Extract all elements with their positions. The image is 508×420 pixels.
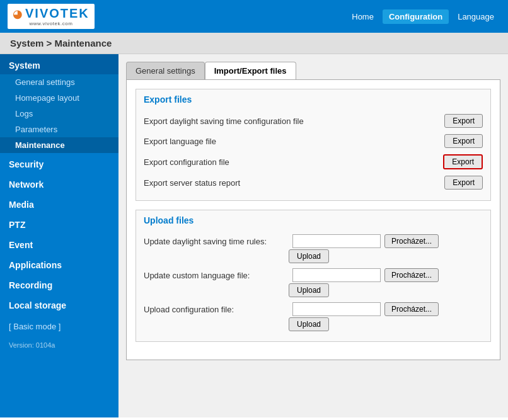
file-box-1[interactable] (292, 268, 381, 282)
sidebar-item-general-settings[interactable]: General settings (0, 74, 118, 90)
export-label-3: Export server status report (144, 178, 444, 188)
export-section-title: Export files (136, 89, 490, 107)
export-row-2: Export configuration file Export (144, 151, 483, 173)
export-row-1: Export language file Export (144, 131, 483, 151)
logo-box: ◕ VIVOTEK www.vivotek.com (8, 4, 95, 29)
file-input-area-0: Procházet... (292, 234, 439, 248)
nav-configuration[interactable]: Configuration (383, 9, 449, 24)
file-box-0[interactable] (292, 234, 381, 248)
tab-general-settings[interactable]: General settings (126, 62, 205, 79)
upload-line-0-top: Update daylight saving time rules: Proch… (144, 234, 483, 248)
sidebar-item-security[interactable]: Security (0, 153, 118, 173)
file-box-2[interactable] (292, 302, 381, 316)
export-button-3[interactable]: Export (444, 176, 483, 190)
sidebar-item-parameters[interactable]: Parameters (0, 122, 118, 137)
logo-area: ◕ VIVOTEK www.vivotek.com (8, 4, 95, 29)
sidebar-item-homepage-layout[interactable]: Homepage layout (0, 90, 118, 106)
sidebar-item-recording[interactable]: Recording (0, 274, 118, 294)
browse-button-2[interactable]: Procházet... (384, 302, 439, 316)
sidebar-item-local-storage[interactable]: Local storage (0, 294, 118, 314)
upload-line-2-top: Upload configuration file: Procházet... (144, 302, 483, 316)
nav-language[interactable]: Language (451, 9, 500, 24)
export-section-content: Export daylight saving time configuratio… (136, 107, 490, 200)
sidebar-version: Version: 0104a (0, 339, 118, 354)
upload-row-0: Update daylight saving time rules: Proch… (144, 232, 483, 266)
file-input-area-2: Procházet... (292, 302, 439, 316)
upload-row-2: Upload configuration file: Procházet... … (144, 300, 483, 334)
export-label-0: Export daylight saving time configuratio… (144, 116, 444, 126)
upload-label-0: Update daylight saving time rules: (144, 237, 289, 246)
file-input-area-1: Procházet... (292, 268, 439, 282)
export-button-0[interactable]: Export (444, 114, 483, 128)
upload-section-content: Update daylight saving time rules: Proch… (136, 228, 490, 341)
sidebar-item-ptz[interactable]: PTZ (0, 213, 118, 234)
browse-button-1[interactable]: Procházet... (384, 268, 439, 282)
vivotek-icon: ◕ (13, 7, 23, 21)
sidebar: System General settings Homepage layout … (0, 54, 118, 417)
export-row-3: Export server status report Export (144, 173, 483, 193)
page-title: System > Maintenance (0, 33, 508, 54)
upload-button-0[interactable]: Upload (289, 249, 329, 263)
sidebar-item-maintenance[interactable]: Maintenance (0, 137, 118, 153)
sidebar-item-system[interactable]: System (0, 54, 118, 74)
nav-links: Home Configuration Language (345, 9, 500, 24)
browse-button-0[interactable]: Procházet... (384, 234, 439, 248)
nav-home[interactable]: Home (345, 9, 380, 24)
upload-label-1: Update custom language file: (144, 271, 289, 280)
upload-button-2[interactable]: Upload (289, 317, 329, 331)
tabs: General settings Import/Export files (126, 62, 500, 79)
upload-row-1: Update custom language file: Procházet..… (144, 266, 483, 300)
export-label-2: Export configuration file (144, 157, 443, 167)
export-button-2[interactable]: Export (443, 154, 483, 169)
export-section: Export files Export daylight saving time… (136, 89, 491, 201)
brand-name: VIVOTEK (25, 6, 89, 21)
sidebar-mode-toggle[interactable]: [ Basic mode ] (0, 314, 118, 339)
upload-line-1-top: Update custom language file: Procházet..… (144, 268, 483, 282)
sidebar-item-network[interactable]: Network (0, 173, 118, 193)
tab-import-export[interactable]: Import/Export files (205, 62, 296, 79)
content-panel: Export files Export daylight saving time… (126, 79, 500, 360)
export-label-1: Export language file (144, 137, 444, 146)
export-row-0: Export daylight saving time configuratio… (144, 111, 483, 131)
upload-label-2: Upload configuration file: (144, 305, 289, 314)
main-content: General settings Import/Export files Exp… (118, 54, 508, 417)
brand-sub: www.vivotek.com (29, 21, 72, 26)
upload-section-title: Upload files (136, 210, 490, 228)
upload-section: Upload files Update daylight saving time… (136, 210, 491, 342)
header: ◕ VIVOTEK www.vivotek.com Home Configura… (0, 0, 508, 33)
system-sub-items: General settings Homepage layout Logs Pa… (0, 74, 118, 153)
sidebar-item-applications[interactable]: Applications (0, 254, 118, 274)
upload-button-1[interactable]: Upload (289, 283, 329, 297)
export-button-1[interactable]: Export (444, 134, 483, 148)
layout: System General settings Homepage layout … (0, 54, 508, 417)
sidebar-item-event[interactable]: Event (0, 234, 118, 254)
sidebar-item-media[interactable]: Media (0, 193, 118, 213)
sidebar-item-logs[interactable]: Logs (0, 106, 118, 122)
